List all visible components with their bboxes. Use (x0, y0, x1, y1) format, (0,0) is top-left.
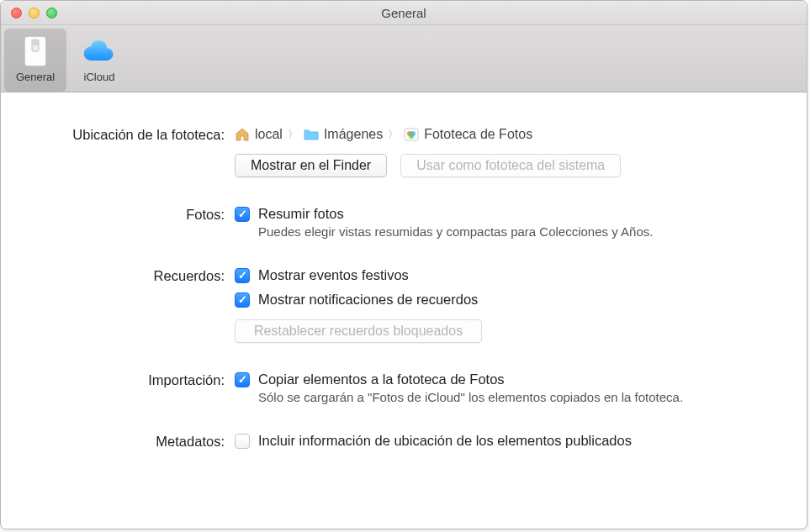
show-holiday-events-checkbox[interactable]: ✓ (235, 268, 250, 283)
chevron-right-icon: 〉 (288, 127, 299, 142)
check-icon: ✓ (238, 269, 247, 282)
tab-general[interactable]: General (4, 29, 66, 92)
summarize-photos-label: Resumir fotos (258, 206, 344, 222)
tab-icloud-label: iCloud (84, 71, 115, 83)
chevron-right-icon: 〉 (388, 127, 399, 142)
icloud-icon (82, 34, 117, 69)
check-icon: ✓ (238, 208, 247, 220)
crumb-library[interactable]: Fototeca de Fotos (404, 127, 532, 142)
photos-label: Fotos: (26, 206, 235, 239)
crumb-home[interactable]: local (235, 127, 283, 142)
switch-icon (18, 34, 53, 69)
svg-point-6 (409, 134, 414, 139)
include-location-label: Incluir información de ubicación de los … (258, 433, 632, 449)
crumb-pictures-label: Imágenes (324, 127, 383, 142)
show-memory-notifications-label: Mostrar notificaciones de recuerdos (258, 292, 478, 308)
home-icon (235, 128, 250, 141)
folder-icon (304, 129, 319, 140)
crumb-home-label: local (255, 127, 283, 142)
breadcrumb: local 〉 Imágenes 〉 (235, 126, 781, 142)
show-holiday-events-label: Mostrar eventos festivos (258, 267, 409, 283)
check-icon: ✓ (238, 293, 247, 306)
toolbar: General iCloud (1, 25, 807, 92)
reset-blocked-memories-button: Restablecer recuerdos bloqueados (235, 319, 482, 343)
photos-library-icon (404, 128, 419, 141)
memories-label: Recuerdos: (26, 267, 235, 343)
content-area: Ubicación de la fototeca: local 〉 I (1, 92, 807, 480)
summarize-photos-desc: Puedes elegir vistas resumidas y compact… (258, 224, 781, 239)
use-as-system-library-button: Usar como fototeca del sistema (400, 154, 621, 177)
include-location-checkbox[interactable] (235, 434, 250, 449)
show-in-finder-button[interactable]: Mostrar en el Finder (235, 154, 387, 177)
copy-items-checkbox[interactable]: ✓ (235, 372, 250, 387)
check-icon: ✓ (238, 373, 247, 386)
crumb-library-label: Fototeca de Fotos (424, 127, 532, 142)
titlebar: General (1, 1, 807, 25)
tab-general-label: General (16, 71, 55, 83)
tab-icloud[interactable]: iCloud (68, 29, 130, 92)
preferences-window: General General (0, 0, 807, 529)
svg-rect-2 (32, 40, 39, 45)
library-location-label: Ubicación de la fototeca: (26, 126, 235, 177)
importing-label: Importación: (26, 371, 235, 404)
show-memory-notifications-checkbox[interactable]: ✓ (235, 292, 250, 308)
window-title: General (1, 6, 807, 20)
copy-items-desc: Sólo se cargarán a "Fotos de iCloud" los… (258, 390, 781, 404)
metadata-label: Metadatos: (26, 433, 235, 450)
summarize-photos-checkbox[interactable]: ✓ (235, 207, 250, 222)
copy-items-label: Copiar elementos a la fototeca de Fotos (258, 371, 505, 387)
crumb-pictures[interactable]: Imágenes (304, 127, 383, 142)
